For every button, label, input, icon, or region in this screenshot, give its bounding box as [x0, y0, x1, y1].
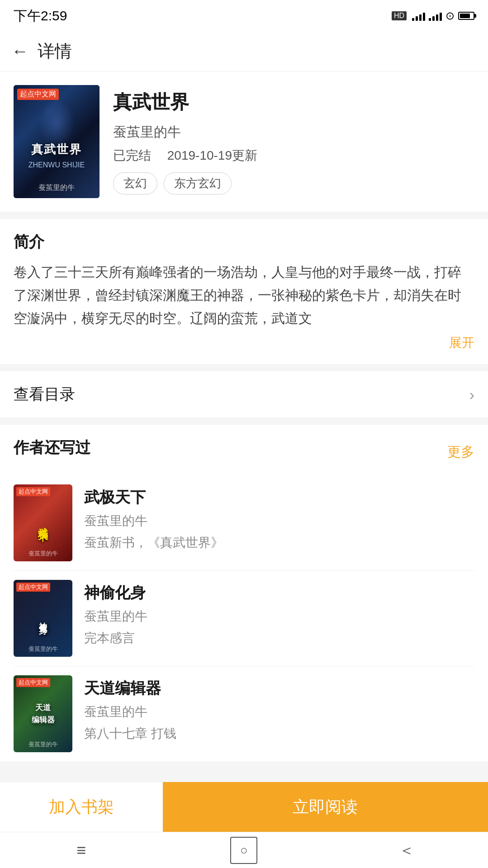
book-info-section: 起点中文网 真武世界 ZHENWU SHIJIE 蚕茧里的牛 真武世界 蚕茧里的… — [0, 71, 488, 212]
book-desc-1: 蚕茧新书，《真武世界》 — [84, 534, 474, 551]
cover-logo: 起点中文网 — [17, 89, 59, 100]
read-now-button[interactable]: 立即阅读 — [163, 782, 488, 832]
nav-bar: ← 详情 — [0, 32, 488, 71]
cover-logo-2: 起点中文网 — [16, 583, 50, 592]
book-cover-image: 起点中文网 真武世界 ZHENWU SHIJIE 蚕茧里的牛 — [14, 85, 99, 198]
bottom-bar: 加入书架 立即阅读 ≡ ○ ＜ — [0, 782, 488, 868]
cover-text-2: 神偷化身 — [38, 616, 48, 621]
expand-button[interactable]: 展开 — [14, 334, 474, 351]
cover-text-1: 武极天下 — [36, 519, 50, 526]
cover-figure — [38, 99, 75, 148]
author-section-header: 作者还写过 更多 — [14, 437, 474, 466]
chevron-right-icon: › — [469, 386, 474, 403]
author-works-section: 作者还写过 更多 起点中文网 武极天下 蚕茧里的牛 武极天下 蚕茧里的牛 蚕茧新… — [0, 425, 488, 761]
book-tags: 玄幻 东方玄幻 — [113, 172, 474, 194]
back-nav-icon[interactable]: ＜ — [393, 837, 420, 864]
tag-xuanhuan[interactable]: 玄幻 — [113, 172, 157, 194]
book-meta: 真武世界 蚕茧里的牛 已完结 2019-10-19更新 玄幻 东方玄幻 — [113, 85, 474, 194]
cover-logo-3: 起点中文网 — [16, 678, 50, 687]
add-shelf-button[interactable]: 加入书架 — [0, 782, 163, 832]
book-info-2: 神偷化身 蚕茧里的牛 完本感言 — [84, 580, 474, 647]
cover-author-3: 蚕茧里的牛 — [28, 740, 58, 749]
page-title: 详情 — [38, 40, 72, 63]
author-works-title: 作者还写过 — [14, 437, 90, 458]
book-cover-shenyuhuashen: 起点中文网 神偷化身 蚕茧里的牛 — [14, 580, 72, 657]
signal-strength2-icon — [429, 11, 442, 21]
cover-author-1: 蚕茧里的牛 — [28, 550, 58, 558]
book-list-item[interactable]: 起点中文网 天道编辑器 蚕茧里的牛 天道编辑器 蚕茧里的牛 第八十七章 打钱 — [14, 666, 474, 761]
signal-strength-icon — [412, 11, 425, 21]
battery-icon — [458, 12, 474, 20]
home-icon[interactable]: ○ — [230, 837, 257, 864]
book-desc-3: 第八十七章 打钱 — [84, 725, 474, 742]
book-cover-tiandaobian: 起点中文网 天道编辑器 蚕茧里的牛 — [14, 675, 72, 752]
cover-logo-1: 起点中文网 — [16, 487, 50, 496]
book-title: 真武世界 — [113, 90, 474, 115]
bottom-actions: 加入书架 立即阅读 — [0, 782, 488, 832]
cover-author: 蚕茧里的牛 — [38, 183, 75, 193]
book-status: 已完结 2019-10-19更新 — [113, 147, 474, 164]
more-button[interactable]: 更多 — [447, 443, 474, 461]
description-text: 卷入了三十三天所有巅峰强者的一场浩劫，人皇与他的对手最终一战，打碎了深渊世界，曾… — [14, 261, 474, 330]
description-section: 简介 卷入了三十三天所有巅峰强者的一场浩劫，人皇与他的对手最终一战，打碎了深渊世… — [0, 219, 488, 364]
book-list-item[interactable]: 起点中文网 神偷化身 蚕茧里的牛 神偷化身 蚕茧里的牛 完本感言 — [14, 571, 474, 666]
cover-author-2: 蚕茧里的牛 — [28, 645, 58, 653]
status-complete-label: 已完结 — [113, 148, 151, 162]
book-cover-wujitianxia: 起点中文网 武极天下 蚕茧里的牛 — [14, 484, 72, 561]
status-time: 下午2:59 — [14, 7, 67, 25]
book-author-2: 蚕茧里的牛 — [84, 608, 474, 625]
book-info-1: 武极天下 蚕茧里的牛 蚕茧新书，《真武世界》 — [84, 484, 474, 551]
hd-badge: HD — [392, 11, 407, 20]
book-author: 蚕茧里的牛 — [113, 123, 474, 142]
wifi-icon: ⊙ — [445, 9, 455, 22]
catalog-label: 查看目录 — [14, 384, 75, 405]
status-bar: 下午2:59 HD ⊙ — [0, 0, 488, 32]
book-info-3: 天道编辑器 蚕茧里的牛 第八十七章 打钱 — [84, 675, 474, 742]
book-author-3: 蚕茧里的牛 — [84, 703, 474, 721]
cover-text-3: 天道编辑器 — [32, 702, 55, 726]
status-icons: HD ⊙ — [392, 9, 474, 22]
book-desc-2: 完本感言 — [84, 630, 474, 647]
book-list-item[interactable]: 起点中文网 武极天下 蚕茧里的牛 武极天下 蚕茧里的牛 蚕茧新书，《真武世界》 — [14, 475, 474, 571]
catalog-section[interactable]: 查看目录 › — [0, 371, 488, 417]
cover-subtitle: ZHENWU SHIJIE — [28, 161, 85, 169]
update-date: 2019-10-19更新 — [155, 148, 257, 162]
description-title: 简介 — [14, 232, 474, 252]
book-author-1: 蚕茧里的牛 — [84, 512, 474, 530]
menu-icon[interactable]: ≡ — [68, 837, 95, 864]
book-title-2: 神偷化身 — [84, 583, 474, 603]
bottom-navigation: ≡ ○ ＜ — [0, 832, 488, 868]
book-title-3: 天道编辑器 — [84, 678, 474, 699]
book-title-1: 武极天下 — [84, 487, 474, 508]
back-button[interactable]: ← — [11, 42, 28, 61]
tag-dongfang-xuanhuan[interactable]: 东方玄幻 — [164, 172, 232, 194]
main-content: 起点中文网 真武世界 ZHENWU SHIJIE 蚕茧里的牛 真武世界 蚕茧里的… — [0, 71, 488, 856]
book-cover: 起点中文网 真武世界 ZHENWU SHIJIE 蚕茧里的牛 — [14, 85, 99, 198]
